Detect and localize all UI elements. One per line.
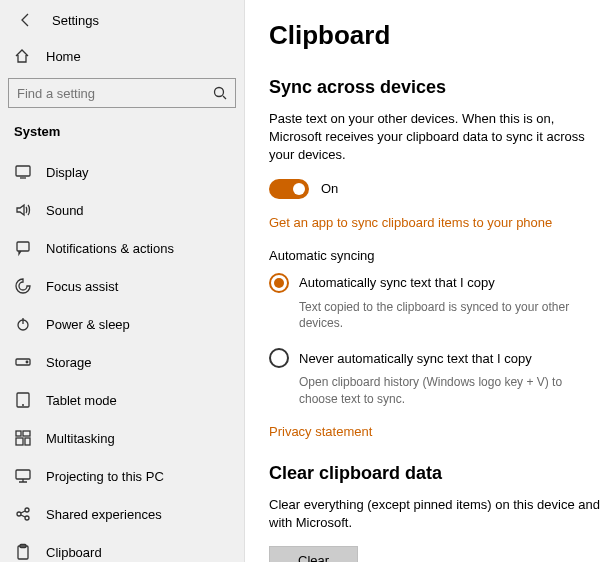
app-title: Settings <box>52 13 99 28</box>
sidebar-item-label: Tablet mode <box>46 393 117 408</box>
sync-toggle[interactable] <box>269 179 309 199</box>
nav-list: Display Sound Notifications & actions Fo… <box>0 153 244 562</box>
multitasking-icon <box>14 430 32 446</box>
sidebar-item-label: Focus assist <box>46 279 118 294</box>
radio-label: Never automatically sync text that I cop… <box>299 351 532 366</box>
sidebar-item-notifications[interactable]: Notifications & actions <box>0 229 244 267</box>
radio-auto-sync[interactable]: Automatically sync text that I copy <box>269 273 600 293</box>
svg-rect-2 <box>17 242 29 251</box>
shared-icon <box>14 506 32 522</box>
sidebar-item-label: Clipboard <box>46 545 102 560</box>
sidebar-item-shared[interactable]: Shared experiences <box>0 495 244 533</box>
sidebar-item-power[interactable]: Power & sleep <box>0 305 244 343</box>
sidebar-item-multitasking[interactable]: Multitasking <box>0 419 244 457</box>
svg-rect-9 <box>16 438 23 445</box>
sidebar-item-label: Multitasking <box>46 431 115 446</box>
sync-heading: Sync across devices <box>269 77 600 98</box>
sidebar-item-storage[interactable]: Storage <box>0 343 244 381</box>
svg-point-5 <box>26 361 28 363</box>
sidebar-item-sound[interactable]: Sound <box>0 191 244 229</box>
sidebar-item-label: Power & sleep <box>46 317 130 332</box>
power-icon <box>14 316 32 332</box>
privacy-link[interactable]: Privacy statement <box>269 424 372 439</box>
clear-heading: Clear clipboard data <box>269 463 600 484</box>
sidebar-item-label: Shared experiences <box>46 507 162 522</box>
page-title: Clipboard <box>269 20 600 51</box>
sync-description: Paste text on your other devices. When t… <box>269 110 600 165</box>
clear-button[interactable]: Clear <box>269 546 358 562</box>
sidebar-item-label: Storage <box>46 355 92 370</box>
sidebar-item-label: Projecting to this PC <box>46 469 164 484</box>
svg-point-0 <box>215 88 224 97</box>
sound-icon <box>14 202 32 218</box>
display-icon <box>14 164 32 180</box>
radio-never-sync[interactable]: Never automatically sync text that I cop… <box>269 348 600 368</box>
svg-rect-8 <box>23 431 30 436</box>
sidebar-item-tablet[interactable]: Tablet mode <box>0 381 244 419</box>
svg-rect-1 <box>16 166 30 176</box>
home-nav[interactable]: Home <box>0 38 244 74</box>
svg-rect-7 <box>16 431 21 436</box>
clipboard-icon <box>14 544 32 560</box>
radio-icon <box>269 273 289 293</box>
search-icon <box>212 85 228 101</box>
sidebar: Settings Home System Display Sound Notif… <box>0 0 245 562</box>
radio-icon <box>269 348 289 368</box>
sidebar-item-projecting[interactable]: Projecting to this PC <box>0 457 244 495</box>
focus-icon <box>14 278 32 294</box>
search-input[interactable] <box>8 78 236 108</box>
tablet-icon <box>14 392 32 408</box>
radio-auto-hint: Text copied to the clipboard is synced t… <box>299 299 600 333</box>
sidebar-item-display[interactable]: Display <box>0 153 244 191</box>
storage-icon <box>14 354 32 370</box>
svg-point-12 <box>17 512 21 516</box>
sidebar-item-clipboard[interactable]: Clipboard <box>0 533 244 562</box>
radio-never-hint: Open clipboard history (Windows logo key… <box>299 374 600 408</box>
sidebar-item-label: Notifications & actions <box>46 241 174 256</box>
notifications-icon <box>14 240 32 256</box>
svg-rect-10 <box>25 438 30 445</box>
sync-toggle-row: On <box>269 179 600 199</box>
get-app-link[interactable]: Get an app to sync clipboard items to yo… <box>269 215 552 230</box>
sidebar-item-focus[interactable]: Focus assist <box>0 267 244 305</box>
sidebar-item-label: Sound <box>46 203 84 218</box>
header: Settings <box>0 0 244 38</box>
section-label: System <box>0 116 244 153</box>
main-panel: Clipboard Sync across devices Paste text… <box>245 0 600 562</box>
projecting-icon <box>14 468 32 484</box>
back-icon[interactable] <box>18 12 34 28</box>
svg-rect-11 <box>16 470 30 479</box>
auto-sync-heading: Automatic syncing <box>269 248 600 263</box>
clear-description: Clear everything (except pinned items) o… <box>269 496 600 532</box>
radio-label: Automatically sync text that I copy <box>299 275 495 290</box>
home-icon <box>14 48 30 64</box>
toggle-label: On <box>321 181 338 196</box>
svg-point-14 <box>25 516 29 520</box>
sidebar-item-label: Display <box>46 165 89 180</box>
search-container <box>0 74 244 116</box>
svg-point-13 <box>25 508 29 512</box>
home-label: Home <box>46 49 81 64</box>
